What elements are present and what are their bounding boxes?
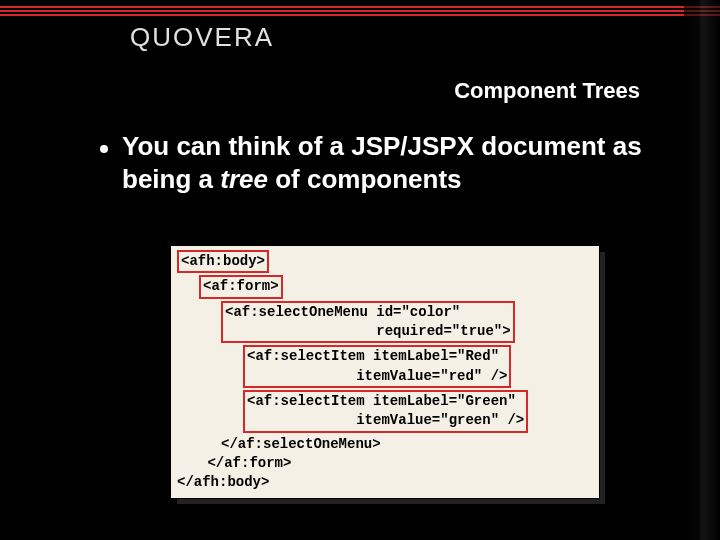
- code-text: required="true">: [225, 323, 511, 339]
- decor-right: [684, 0, 720, 540]
- decor-stripe: [0, 6, 720, 8]
- code-line: </af:form>: [199, 454, 593, 473]
- brand-logo: QUOVERA: [130, 22, 274, 53]
- code-block: <afh:body> <af:form> <af:selectOneMenu i…: [170, 245, 600, 499]
- slide-content: You can think of a JSP/JSPX document as …: [100, 130, 660, 195]
- code-line: </af:selectOneMenu>: [221, 435, 593, 454]
- bullet-icon: [100, 145, 108, 153]
- code-line: <af:form>: [199, 275, 283, 298]
- decor-stripe: [0, 14, 720, 16]
- code-line: </afh:body>: [177, 473, 593, 492]
- bullet-post: of components: [268, 164, 462, 194]
- code-text: itemValue="red" />: [247, 368, 507, 384]
- bullet-item: You can think of a JSP/JSPX document as …: [100, 130, 660, 195]
- code-line: <afh:body>: [177, 250, 269, 273]
- bullet-em: tree: [220, 164, 268, 194]
- code-text: itemValue="green" />: [247, 412, 524, 428]
- code-line: <af:selectOneMenu id="color" required="t…: [221, 301, 515, 344]
- code-line: <af:selectItem itemLabel="Green" itemVal…: [243, 390, 528, 433]
- code-line: <af:selectItem itemLabel="Red" itemValue…: [243, 345, 511, 388]
- decor-stripe: [0, 10, 720, 12]
- bullet-text: You can think of a JSP/JSPX document as …: [122, 130, 660, 195]
- code-text: <af:selectOneMenu id="color": [225, 304, 460, 320]
- code-text: <af:selectItem itemLabel="Green": [247, 393, 516, 409]
- code-text: <af:selectItem itemLabel="Red": [247, 348, 499, 364]
- slide-title: Component Trees: [454, 78, 640, 104]
